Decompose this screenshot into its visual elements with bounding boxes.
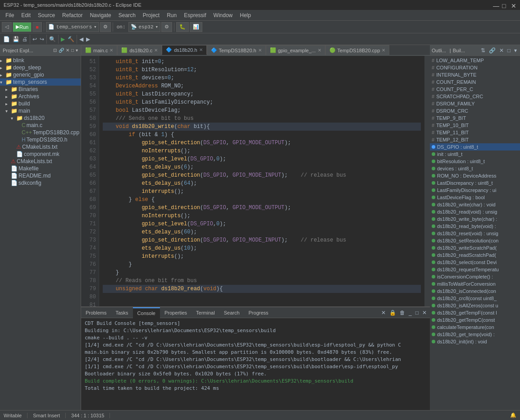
outline-item[interactable]: ds18b20_readScratchPad( xyxy=(430,251,520,259)
close-button[interactable]: ✕ xyxy=(511,2,516,8)
outline-item[interactable]: ROM_NO : DeviceAddress xyxy=(430,172,520,179)
profile-btn[interactable]: 📊 xyxy=(190,22,202,32)
menu-item-project[interactable]: Project xyxy=(139,11,163,19)
tree-item[interactable]: ⚠CMakeLists.txt xyxy=(0,158,81,165)
outline-item[interactable]: ds18b20_write_byte(char) : xyxy=(430,215,520,223)
outline-item[interactable]: #TEMP_11_BIT xyxy=(430,129,520,136)
save-btn[interactable]: 💾 xyxy=(11,36,21,43)
tree-item[interactable]: C++TempDS18B20.cpp xyxy=(0,129,81,136)
tree-item[interactable]: 📄sdkconfig xyxy=(0,179,81,187)
outline-item[interactable]: ds18b20_select(const Devi xyxy=(430,259,520,266)
maximize-button[interactable]: □ xyxy=(502,2,507,8)
console-close-btn[interactable]: ✕ xyxy=(421,309,428,316)
editor-scrollbar[interactable] xyxy=(424,56,430,306)
link-editor-icon[interactable]: 🔗 xyxy=(59,48,64,53)
tree-item[interactable]: 📄component.mk xyxy=(0,151,81,158)
tree-item[interactable]: 📄README.md xyxy=(0,172,81,179)
settings-btn[interactable]: ⚙ xyxy=(100,22,111,32)
outline-item[interactable]: ds18b20_isConnected(con xyxy=(430,288,520,295)
stop-btn[interactable]: ■ xyxy=(32,22,42,32)
outline-item[interactable]: ds18b20_isAllZeros(const u xyxy=(430,302,520,309)
outline-item[interactable]: LastFamilyDiscrepancy : ui xyxy=(430,187,520,194)
run-btn[interactable]: ▶ Run xyxy=(13,22,32,32)
console-output[interactable]: CDT Build Console [temp_sensors]Building… xyxy=(81,318,430,410)
menu-item-source[interactable]: Source xyxy=(34,11,59,19)
close-panel-icon[interactable]: ✕ xyxy=(66,48,69,53)
code-content[interactable]: uint8_t init=0; uint8_t bitResolution=12… xyxy=(99,56,424,306)
panel-menu-icon[interactable]: ▾ xyxy=(76,48,78,53)
editor-tab-gpio-example----[interactable]: 🟩gpio_example_...✕ xyxy=(266,45,325,55)
redo-btn[interactable]: ↪ xyxy=(38,36,46,43)
outline-item[interactable]: ds18b20_getTempC(const xyxy=(430,316,520,324)
maximize-panel-icon[interactable]: □ xyxy=(71,48,74,53)
tree-item[interactable]: ▸📁Binaries xyxy=(0,86,81,93)
build-btn[interactable]: 🔨 xyxy=(66,36,76,43)
outline-item[interactable]: #SCRATCHPAD_CRC xyxy=(430,93,520,100)
tree-item[interactable]: ▸📁build xyxy=(0,100,81,107)
bottom-tab-properties[interactable]: Properties xyxy=(160,307,192,318)
outline-item[interactable]: devices : uint8_t xyxy=(430,165,520,172)
device-combo[interactable]: 📡 esp32 ▾ xyxy=(128,22,161,32)
tree-item[interactable]: ▸📁deep_sleep xyxy=(0,64,81,71)
tree-item[interactable]: ▸📁Archives xyxy=(0,93,81,100)
tab-close-icon[interactable]: ✕ xyxy=(199,47,203,52)
menu-item-refactor[interactable]: Refactor xyxy=(59,11,86,19)
bottom-tab-console[interactable]: Console xyxy=(133,307,160,318)
tree-item[interactable]: HTempDS18B20.h xyxy=(0,136,81,143)
outline-item[interactable]: ds18b20_crc8(const uint8_ xyxy=(430,295,520,302)
outline-item[interactable]: isConversionComplete() : xyxy=(430,273,520,280)
outline-item[interactable]: millisToWaitForConversion xyxy=(430,280,520,288)
outline-item[interactable]: ds18b20_writeScratchPad( xyxy=(430,244,520,251)
outline-item[interactable]: #TEMP_9_BIT xyxy=(430,114,520,122)
outline-close-btn[interactable]: ✕ xyxy=(498,47,505,54)
menu-item-file[interactable]: File xyxy=(2,11,18,19)
outline-item[interactable]: #DSROM_FAMILY xyxy=(430,100,520,107)
project-combo[interactable]: 📄 temp_sensors ▾ xyxy=(46,22,99,32)
outline-item[interactable]: #TEMP_10_BIT xyxy=(430,122,520,129)
outline-item[interactable]: LastDiscrepancy : uint8_t xyxy=(430,179,520,187)
tree-item[interactable]: ▾📁main xyxy=(0,107,81,114)
editor-tab-main-c[interactable]: 🟩main.c✕ xyxy=(81,45,117,55)
outline-item[interactable]: #LOW_ALARM_TEMP xyxy=(430,57,520,64)
outline-item[interactable]: ds18b20_read_byte(void) : xyxy=(430,223,520,230)
menu-item-edit[interactable]: Edit xyxy=(18,11,34,19)
minimize-button[interactable]: — xyxy=(493,2,498,8)
bottom-tab-problems[interactable]: Problems xyxy=(81,307,111,318)
console-maximize-btn[interactable]: □ xyxy=(414,309,420,316)
new-btn[interactable]: 📄 xyxy=(2,36,11,43)
outline-item[interactable]: #COUNT_REMAIN xyxy=(430,78,520,86)
outline-item[interactable]: #INTERNAL_BYTE xyxy=(430,71,520,78)
console-minimize-btn[interactable]: _ xyxy=(407,309,413,316)
outline-item[interactable]: ds18b20_get_temp(void) : xyxy=(430,331,520,338)
tab-close-icon[interactable]: ✕ xyxy=(154,48,158,53)
console-clear-btn[interactable]: 🗑 xyxy=(398,309,406,316)
debug-btn[interactable]: 🐛 xyxy=(176,22,189,32)
menu-item-navigate[interactable]: Navigate xyxy=(86,11,114,19)
tree-item[interactable]: ▾📁ds18b20 xyxy=(0,114,81,122)
nav-back-btn[interactable]: ◀ xyxy=(78,36,85,43)
back-btn[interactable]: ◁ xyxy=(2,22,12,32)
tab-close-icon[interactable]: ✕ xyxy=(258,48,262,53)
outline-item[interactable]: #COUNT_PER_C xyxy=(430,86,520,93)
console-scroll-lock-btn[interactable]: 🔒 xyxy=(388,309,397,316)
menu-item-run[interactable]: Run xyxy=(163,11,180,19)
editor-tab-TempDS18B20-h[interactable]: 🔷TempDS18B20.h✕ xyxy=(207,45,266,55)
outline-item[interactable]: #DSROM_CRC xyxy=(430,107,520,114)
editor-tab-ds18b20-c[interactable]: 🟩ds18b20.c✕ xyxy=(117,45,162,55)
outline-item[interactable]: init : uint8_t xyxy=(430,151,520,158)
outline-item[interactable]: calculateTemperature(con xyxy=(430,324,520,331)
menu-item-window[interactable]: Window xyxy=(210,11,237,19)
outline-item[interactable]: LastDeviceFlag : bool xyxy=(430,194,520,201)
outline-item[interactable]: DS_GPIO : uint8_t xyxy=(430,143,520,151)
outline-item[interactable]: ds18b20_requestTemperatu xyxy=(430,266,520,273)
outline-item[interactable]: ds18b20_read(void) : unsig xyxy=(430,208,520,215)
outline-link-btn[interactable]: 🔗 xyxy=(488,47,497,54)
bottom-tab-terminal[interactable]: Terminal xyxy=(192,307,219,318)
bottom-tab-progress[interactable]: Progress xyxy=(244,307,273,318)
outline-max-btn[interactable]: □ xyxy=(506,47,512,54)
outline-item[interactable]: ds18b20_init(int) : void xyxy=(430,338,520,345)
tree-item[interactable]: Cmain.c xyxy=(0,122,81,129)
collapse-all-icon[interactable]: ⊡ xyxy=(53,48,57,53)
outline-menu-btn[interactable]: ▾ xyxy=(513,47,518,54)
outline-item[interactable]: ds18b20_setResolution(con xyxy=(430,237,520,244)
